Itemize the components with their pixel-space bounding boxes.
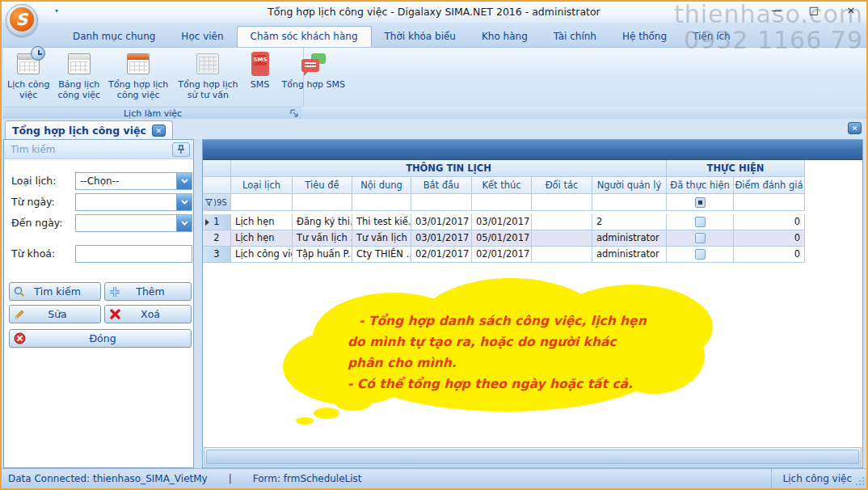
filter-cell[interactable] <box>231 194 293 211</box>
status-separator: | <box>229 469 232 488</box>
checkbox-unchecked[interactable] <box>695 249 706 260</box>
title-bar: Tổng hợp lịch công việc - Digalaxy SIMA.… <box>2 2 866 23</box>
tab-kho-hang[interactable]: Kho hàng <box>469 27 541 47</box>
tu-khoa-label: Từ khoá: <box>11 247 55 260</box>
column-header-doi-tac[interactable]: Đối tác <box>532 177 592 194</box>
filter-cell[interactable] <box>472 194 532 211</box>
column-header-tieu-de[interactable]: Tiêu đề <box>293 177 352 194</box>
column-header-diem-danh-gia[interactable]: Điểm đánh giá <box>734 177 805 194</box>
ribbon-tab-bar: Danh mục chung Học viên Chăm sóc khách h… <box>2 23 866 47</box>
window-controls: — □ × <box>768 4 860 16</box>
filter-cell[interactable] <box>532 194 592 211</box>
field-row-tu-khoa: Từ khoá: <box>4 245 193 263</box>
table-row[interactable]: 1 Lịch hẹn Đăng ký thi... Thi test kiế..… <box>203 214 805 230</box>
pin-icon[interactable] <box>172 142 190 157</box>
tab-tien-ich[interactable]: Tiện ích <box>680 27 744 47</box>
selected-row-arrow-icon <box>205 219 209 226</box>
grid-filter-row: )9S <box>203 194 805 211</box>
ribbon-button-tong-hop-lich-su-tu-van[interactable]: Tổng hợp lịchsử tư vấn <box>174 48 242 108</box>
filter-cell[interactable] <box>734 194 805 211</box>
app-logo-icon[interactable]: S <box>6 4 38 36</box>
status-right: Lịch công việc <box>771 469 852 488</box>
column-header-nguoi-quan-ly[interactable]: Người quản lý <box>592 177 667 194</box>
resize-grip-icon[interactable] <box>855 476 865 486</box>
chevron-down-icon[interactable] <box>176 194 192 210</box>
filter-cell[interactable] <box>293 194 352 211</box>
field-row-loai-lich: Loại lịch: --Chọn-- <box>4 172 193 190</box>
group-header-thuc-hien[interactable]: THỰC HIỆN <box>667 160 805 177</box>
search-panel: Tìm kiếm Loại lịch: --Chọn-- Từ ngày: <box>3 139 194 468</box>
ribbon: Lịch côngviệc Bảng lịchcông việc Tổng hợ… <box>3 47 868 107</box>
scrollbar-thumb[interactable] <box>206 450 859 464</box>
close-form-button[interactable]: Đóng <box>9 329 192 348</box>
sms-bubbles-icon <box>300 50 327 78</box>
table-row[interactable]: 3 Lịch công việc Tập huấn P... Cty THIÊN… <box>203 247 805 263</box>
search-button[interactable]: Tìm kiếm <box>9 282 101 301</box>
filter-cell[interactable] <box>352 194 411 211</box>
schedule-grid-panel: THÔNG TIN LỊCH THỰC HIỆN Loại lịch Tiêu … <box>202 139 863 468</box>
filter-cell-da-thuc-hien[interactable] <box>667 194 734 211</box>
filter-funnel-icon <box>205 199 213 206</box>
grid-column-header-row: Loại lịch Tiêu đề Nội dung Bắt đầu Kết t… <box>203 177 805 194</box>
checkbox-unchecked[interactable] <box>695 217 706 227</box>
ribbon-button-tong-hop-lich-cong-viec[interactable]: Tổng hợp lịchcông việc <box>104 48 172 108</box>
column-header-bat-dau[interactable]: Bắt đầu <box>411 177 472 194</box>
minimize-button[interactable]: — <box>768 4 786 16</box>
tab-close-icon[interactable]: ✕ <box>152 125 166 137</box>
calendar-clock-icon <box>15 50 42 78</box>
horizontal-scrollbar[interactable] <box>204 447 862 467</box>
tab-danh-muc-chung[interactable]: Danh mục chung <box>60 27 168 47</box>
chevron-down-icon[interactable] <box>176 215 192 231</box>
quick-access-dropdown-icon[interactable]: ▾ <box>50 6 63 18</box>
status-form: Form: frmScheduleList <box>253 469 362 488</box>
filter-cell[interactable] <box>411 194 472 211</box>
tabstrip-close-icon[interactable]: ✕ <box>848 122 862 134</box>
checkbox-indeterminate[interactable] <box>695 197 706 208</box>
add-button[interactable]: Thêm <box>104 282 192 301</box>
tu-ngay-label: Từ ngày: <box>11 196 55 208</box>
column-header-noi-dung[interactable]: Nội dung <box>352 177 411 194</box>
tab-he-thong[interactable]: Hệ thống <box>609 27 680 47</box>
ribbon-button-sms[interactable]: SMS SMS <box>242 48 278 108</box>
document-tab-active[interactable]: Tổng hợp lịch công việc ✕ <box>5 120 173 139</box>
tab-hoc-vien[interactable]: Học viên <box>168 27 236 47</box>
tab-tai-chinh[interactable]: Tài chính <box>541 27 609 47</box>
status-bar: Data Connected: thienhaso_SIMA_VietMy | … <box>2 468 866 488</box>
loai-lich-label: Loại lịch: <box>11 175 56 187</box>
keyword-input[interactable] <box>75 245 192 263</box>
column-header-loai-lich[interactable]: Loại lịch <box>231 177 293 194</box>
checkbox-unchecked[interactable] <box>695 233 706 243</box>
tab-thoi-khoa-bieu[interactable]: Thời khóa biểu <box>372 27 469 47</box>
chevron-down-icon[interactable] <box>176 173 192 189</box>
status-left: Data Connected: thienhaso_SIMA_VietMy | … <box>8 469 362 488</box>
ribbon-button-bang-lich-cong-viec[interactable]: Bảng lịchcông việc <box>53 48 104 108</box>
column-header-ket-thuc[interactable]: Kết thúc <box>472 177 532 194</box>
ribbon-button-tong-hop-sms[interactable]: Tổng hợp SMS <box>278 48 350 108</box>
filter-cell[interactable] <box>592 194 667 211</box>
ribbon-button-lich-cong-viec[interactable]: Lịch côngviệc <box>3 48 53 108</box>
ribbon-group-label: Lịch làm việc <box>3 107 302 119</box>
table-row[interactable]: 2 Lịch hẹn Tư vấn lịch ... Tư vấn lịch .… <box>203 230 805 247</box>
application-window: Tổng hợp lịch công việc - Digalaxy SIMA.… <box>0 0 868 490</box>
dialog-launcher-icon[interactable] <box>290 109 299 118</box>
maximize-button[interactable]: □ <box>805 4 823 16</box>
sms-phone-icon: SMS <box>246 50 274 78</box>
ribbon-group-lich-lam-viec: Lịch côngviệc Bảng lịchcông việc Tổng hợ… <box>3 48 304 108</box>
den-ngay-label: Đến ngày: <box>11 217 63 229</box>
column-header-da-thuc-hien[interactable]: Đã thực hiện <box>667 177 734 194</box>
edit-button[interactable]: Sửa <box>9 305 101 323</box>
delete-button[interactable]: Xoá <box>104 305 192 323</box>
document-tab-strip: Tổng hợp lịch công việc ✕ ✕ <box>2 119 866 139</box>
den-ngay-select[interactable] <box>75 214 192 232</box>
group-header-thong-tin-lich[interactable]: THÔNG TIN LỊCH <box>231 160 667 177</box>
tu-ngay-select[interactable] <box>75 193 192 211</box>
calendar-table-icon <box>65 50 93 78</box>
history-document-icon <box>194 50 221 78</box>
tab-cham-soc-khach-hang[interactable]: Chăm sóc khách hàng <box>237 26 372 47</box>
loai-lich-select[interactable]: --Chọn-- <box>75 172 192 190</box>
window-title: Tổng hợp lịch công việc - Digalaxy SIMA.… <box>2 6 866 18</box>
schedule-grid: THÔNG TIN LỊCH THỰC HIỆN Loại lịch Tiêu … <box>203 160 805 263</box>
field-row-tu-ngay: Từ ngày: <box>4 193 193 211</box>
close-button[interactable]: × <box>842 4 860 16</box>
status-connection: Data Connected: thienhaso_SIMA_VietMy <box>8 469 208 488</box>
